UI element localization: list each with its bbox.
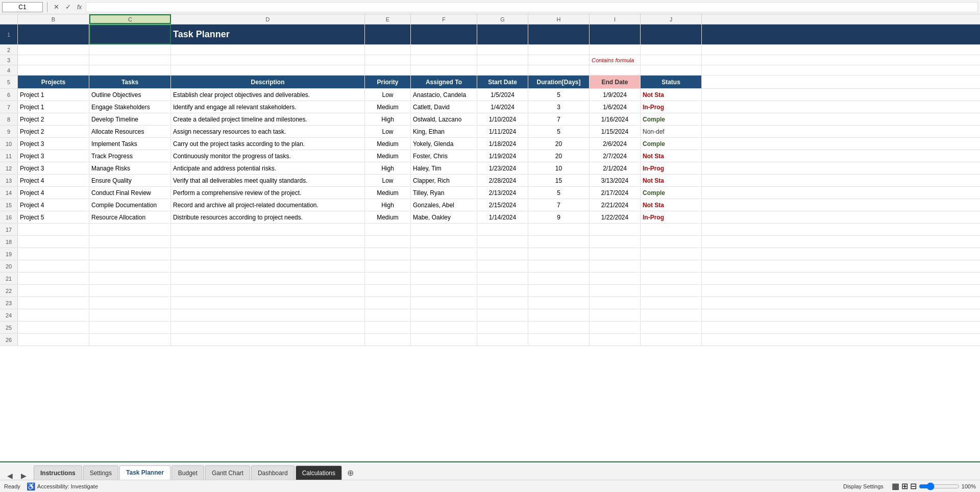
cell-j1[interactable] xyxy=(641,24,702,44)
cell-task[interactable]: Resource Allocation xyxy=(89,211,171,223)
empty-cell-i25[interactable] xyxy=(590,322,641,333)
row-num-4[interactable]: 4 xyxy=(0,65,18,75)
row-num-19[interactable]: 19 xyxy=(0,248,18,260)
cell-start-date[interactable]: 2/15/2024 xyxy=(477,199,528,211)
cell-description[interactable]: Assign necessary resources to each task. xyxy=(171,126,365,137)
cell-h4[interactable] xyxy=(528,65,590,75)
sheet-tab-dashboard[interactable]: Dashboard xyxy=(251,465,295,480)
row-num-3[interactable]: 3 xyxy=(0,55,18,65)
cell-duration[interactable]: 5 xyxy=(528,126,590,137)
add-sheet-button[interactable]: ⊕ xyxy=(343,465,357,480)
empty-cell-d22[interactable] xyxy=(171,285,365,297)
cell-end-date[interactable]: 1/16/2024 xyxy=(590,113,641,125)
cell-j2[interactable] xyxy=(641,45,702,55)
cell-assigned-to[interactable]: Clapper, Rich xyxy=(411,175,477,186)
empty-cell-j19[interactable] xyxy=(641,248,702,260)
cell-task[interactable]: Engage Stakeholders xyxy=(89,101,171,113)
row-num-12[interactable]: 12 xyxy=(0,162,18,174)
cell-f2[interactable] xyxy=(411,45,477,55)
cell-duration[interactable]: 9 xyxy=(528,211,590,223)
cell-assigned-to[interactable]: Tilley, Ryan xyxy=(411,187,477,199)
empty-cell-d17[interactable] xyxy=(171,224,365,235)
cell-priority[interactable]: Medium xyxy=(365,138,411,150)
empty-cell-e25[interactable] xyxy=(365,322,411,333)
empty-cell-c23[interactable] xyxy=(89,297,171,309)
row-num-7[interactable]: 7 xyxy=(0,101,18,113)
zoom-slider[interactable] xyxy=(919,482,960,490)
empty-cell-b21[interactable] xyxy=(18,273,89,284)
row-num-17[interactable]: 17 xyxy=(0,224,18,235)
empty-cell-e18[interactable] xyxy=(365,236,411,248)
cell-task[interactable]: Conduct Final Review xyxy=(89,187,171,199)
col-header-h[interactable]: H xyxy=(528,14,590,24)
cell-duration[interactable]: 5 xyxy=(528,89,590,101)
empty-cell-g23[interactable] xyxy=(477,297,528,309)
cell-priority[interactable]: High xyxy=(365,113,411,125)
empty-cell-b26[interactable] xyxy=(18,334,89,346)
cell-status[interactable]: Not Sta xyxy=(641,175,702,186)
col-header-i[interactable]: I xyxy=(590,14,641,24)
cell-project[interactable]: Project 1 xyxy=(18,89,89,101)
empty-cell-g25[interactable] xyxy=(477,322,528,333)
empty-cell-f23[interactable] xyxy=(411,297,477,309)
cell-duration[interactable]: 20 xyxy=(528,150,590,162)
empty-cell-c24[interactable] xyxy=(89,309,171,321)
empty-cell-b19[interactable] xyxy=(18,248,89,260)
scroll-tabs-left[interactable]: ◀ xyxy=(4,472,16,480)
empty-cell-i23[interactable] xyxy=(590,297,641,309)
cell-h1[interactable] xyxy=(528,24,590,44)
empty-cell-f22[interactable] xyxy=(411,285,477,297)
empty-cell-g17[interactable] xyxy=(477,224,528,235)
col-header-c[interactable]: C xyxy=(89,14,171,24)
cell-priority[interactable]: Medium xyxy=(365,101,411,113)
empty-cell-h19[interactable] xyxy=(528,248,590,260)
empty-cell-i20[interactable] xyxy=(590,260,641,272)
cell-j4[interactable] xyxy=(641,65,702,75)
cell-task[interactable]: Compile Documentation xyxy=(89,199,171,211)
cell-priority[interactable]: Low xyxy=(365,126,411,137)
cell-c1[interactable] xyxy=(89,24,171,44)
empty-cell-g20[interactable] xyxy=(477,260,528,272)
cell-task[interactable]: Manage Risks xyxy=(89,162,171,174)
empty-cell-d26[interactable] xyxy=(171,334,365,346)
empty-cell-b17[interactable] xyxy=(18,224,89,235)
cell-task[interactable]: Outline Objectives xyxy=(89,89,171,101)
empty-cell-e24[interactable] xyxy=(365,309,411,321)
cell-duration[interactable]: 20 xyxy=(528,138,590,150)
sheet-tab-gantt-chart[interactable]: Gantt Chart xyxy=(205,465,250,480)
cell-b1[interactable] xyxy=(18,24,89,44)
cell-d1[interactable]: Task Planner xyxy=(171,24,365,44)
cell-description[interactable]: Create a detailed project timeline and m… xyxy=(171,113,365,125)
empty-cell-d23[interactable] xyxy=(171,297,365,309)
empty-cell-d20[interactable] xyxy=(171,260,365,272)
cell-project[interactable]: Project 2 xyxy=(18,113,89,125)
cell-end-date[interactable]: 1/22/2024 xyxy=(590,211,641,223)
cell-task[interactable]: Ensure Quality xyxy=(89,175,171,186)
cell-e2[interactable] xyxy=(365,45,411,55)
empty-cell-j25[interactable] xyxy=(641,322,702,333)
cell-project[interactable]: Project 3 xyxy=(18,138,89,150)
empty-cell-h18[interactable] xyxy=(528,236,590,248)
empty-cell-j20[interactable] xyxy=(641,260,702,272)
cell-start-date[interactable]: 2/28/2024 xyxy=(477,175,528,186)
empty-cell-h26[interactable] xyxy=(528,334,590,346)
cell-end-date[interactable]: 1/9/2024 xyxy=(590,89,641,101)
cell-priority[interactable]: High xyxy=(365,199,411,211)
empty-cell-h17[interactable] xyxy=(528,224,590,235)
cell-status[interactable]: In-Prog xyxy=(641,101,702,113)
empty-cell-c22[interactable] xyxy=(89,285,171,297)
cell-f1[interactable] xyxy=(411,24,477,44)
cell-priority[interactable]: Low xyxy=(365,175,411,186)
empty-cell-e26[interactable] xyxy=(365,334,411,346)
row-num-14[interactable]: 14 xyxy=(0,187,18,199)
cell-start-date[interactable]: 2/13/2024 xyxy=(477,187,528,199)
empty-cell-e20[interactable] xyxy=(365,260,411,272)
row-num-5[interactable]: 5 xyxy=(0,76,18,88)
row-num-2[interactable]: 2 xyxy=(0,45,18,55)
sheet-tab-task-planner[interactable]: Task Planner xyxy=(119,465,170,480)
empty-cell-c26[interactable] xyxy=(89,334,171,346)
cell-assigned-to[interactable]: Ostwald, Lazcano xyxy=(411,113,477,125)
row-num-10[interactable]: 10 xyxy=(0,138,18,150)
cell-assigned-to[interactable]: Anastacio, Candela xyxy=(411,89,477,101)
empty-cell-i17[interactable] xyxy=(590,224,641,235)
